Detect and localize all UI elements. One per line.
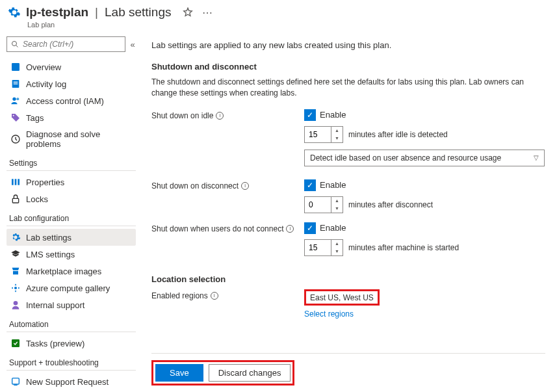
up-arrow-icon[interactable]: ▲ xyxy=(331,240,343,248)
info-icon[interactable]: i xyxy=(241,182,249,190)
idle-enable-checkbox[interactable]: ✓ xyxy=(304,109,316,121)
svg-point-7 xyxy=(13,115,14,116)
noconnect-minutes-input[interactable]: ▲▼ xyxy=(304,239,343,256)
sidebar-item-label: Internal support xyxy=(26,300,84,310)
down-arrow-icon[interactable]: ▼ xyxy=(331,248,343,255)
up-arrow-icon[interactable]: ▲ xyxy=(331,127,343,135)
locks-icon xyxy=(10,194,21,204)
sidebar-item-label: Marketplace images xyxy=(26,267,101,276)
intro-text: Lab settings are applied to any new labs… xyxy=(151,40,545,50)
lms-icon xyxy=(10,249,21,259)
chevron-down-icon: ▽ xyxy=(534,154,539,161)
page-header: lp-testplan | Lab settings ⋯ xyxy=(0,0,557,21)
sidebar-item-label: Overview xyxy=(26,62,61,72)
gear-icon xyxy=(8,6,21,19)
sidebar-item-lab-settings[interactable]: Lab settings xyxy=(6,229,136,246)
sidebar-item-access-control-iam-[interactable]: Access control (IAM) xyxy=(6,92,136,109)
sidebar-item-label: Properties xyxy=(26,177,64,187)
down-arrow-icon[interactable]: ▼ xyxy=(331,205,343,213)
svg-point-13 xyxy=(14,287,17,289)
noconnect-enable-checkbox[interactable]: ✓ xyxy=(304,222,316,234)
sidebar-group-heading: Settings xyxy=(6,152,136,171)
labsettings-icon xyxy=(10,232,21,242)
svg-point-14 xyxy=(14,301,18,306)
sidebar: « OverviewActivity logAccess control (IA… xyxy=(0,34,140,392)
enable-label: Enable xyxy=(320,223,346,233)
overview-icon xyxy=(10,62,21,72)
idle-detection-dropdown[interactable]: Detect idle based on user absence and re… xyxy=(304,150,545,166)
sidebar-item-label: Access control (IAM) xyxy=(26,96,104,106)
svg-rect-4 xyxy=(14,83,18,84)
buttons-highlight: Save Discard changes xyxy=(151,360,294,385)
noconnect-label: Shut down when users do not connect i xyxy=(151,222,304,233)
enable-label: Enable xyxy=(320,110,346,120)
resource-type: Lab plan xyxy=(0,21,557,34)
page-title: Lab settings xyxy=(105,5,171,20)
sidebar-item-label: Activity log xyxy=(26,79,66,89)
sidebar-item-marketplace-images[interactable]: Marketplace images xyxy=(6,263,136,280)
sidebar-item-lms-settings[interactable]: LMS settings xyxy=(6,246,136,263)
sidebar-item-activity-log[interactable]: Activity log xyxy=(6,75,136,92)
disconnect-enable-checkbox[interactable]: ✓ xyxy=(304,179,316,191)
sidebar-item-locks[interactable]: Locks xyxy=(6,190,136,207)
regions-value: East US, West US xyxy=(310,293,374,302)
sidebar-item-label: Tasks (preview) xyxy=(26,339,84,348)
sidebar-item-overview[interactable]: Overview xyxy=(6,59,136,75)
sidebar-item-label: New Support Request xyxy=(26,377,109,387)
svg-point-0 xyxy=(12,42,17,46)
discard-button[interactable]: Discard changes xyxy=(209,364,291,382)
favorite-star-icon[interactable] xyxy=(183,7,193,18)
tags-icon xyxy=(10,112,21,123)
search-input[interactable] xyxy=(23,40,121,49)
sidebar-item-label: Diagnose and solve problems xyxy=(26,129,132,149)
gallery-icon xyxy=(10,283,21,293)
access-icon xyxy=(10,96,21,106)
more-menu-icon[interactable]: ⋯ xyxy=(202,7,213,19)
resource-name: lp-testplan xyxy=(26,5,88,20)
save-button[interactable]: Save xyxy=(155,364,203,382)
svg-point-5 xyxy=(12,98,16,101)
sidebar-item-internal-support[interactable]: Internal support xyxy=(6,296,136,313)
info-icon[interactable]: i xyxy=(286,225,294,233)
regions-highlight: East US, West US xyxy=(304,289,380,306)
info-icon[interactable]: i xyxy=(211,292,218,300)
up-arrow-icon[interactable]: ▲ xyxy=(331,197,343,205)
sidebar-item-tasks-preview-[interactable]: Tasks (preview) xyxy=(6,335,136,352)
select-regions-link[interactable]: Select regions xyxy=(304,309,354,319)
sidebar-group-heading: Lab configuration xyxy=(6,207,136,226)
sidebar-item-new-support-request[interactable]: New Support Request xyxy=(6,373,136,390)
disconnect-after-text: minutes after disconnect xyxy=(348,200,433,209)
idle-after-text: minutes after idle is detected xyxy=(348,130,448,139)
shutdown-heading: Shutdown and disconnect xyxy=(151,62,545,72)
svg-rect-1 xyxy=(12,63,19,71)
sidebar-item-diagnose-and-solve-problems[interactable]: Diagnose and solve problems xyxy=(6,126,136,152)
enable-label: Enable xyxy=(320,180,346,190)
sidebar-item-label: Tags xyxy=(26,113,44,123)
noconnect-after-text: minutes after machine is started xyxy=(348,243,459,252)
activity-icon xyxy=(10,79,21,89)
support-icon xyxy=(10,300,21,310)
down-arrow-icon[interactable]: ▼ xyxy=(331,135,343,142)
idle-minutes-input[interactable]: ▲▼ xyxy=(304,126,343,143)
sidebar-group-heading: Automation xyxy=(6,313,136,332)
sidebar-item-tags[interactable]: Tags xyxy=(6,109,136,126)
svg-rect-12 xyxy=(12,198,18,203)
sidebar-item-properties[interactable]: Properties xyxy=(6,174,136,190)
marketplace-icon xyxy=(10,266,21,276)
svg-rect-11 xyxy=(18,179,19,185)
tasks-icon xyxy=(10,338,21,348)
sidebar-item-label: LMS settings xyxy=(26,250,75,259)
info-icon[interactable]: i xyxy=(216,112,224,120)
main-content: Lab settings are applied to any new labs… xyxy=(140,34,557,392)
sidebar-item-label: Azure compute gallery xyxy=(26,283,110,293)
search-icon xyxy=(11,40,19,48)
collapse-icon[interactable]: « xyxy=(129,40,136,49)
svg-rect-16 xyxy=(12,378,19,384)
svg-rect-15 xyxy=(12,339,19,347)
disconnect-minutes-input[interactable]: ▲▼ xyxy=(304,196,343,213)
sidebar-item-azure-compute-gallery[interactable]: Azure compute gallery xyxy=(6,280,136,296)
search-box[interactable] xyxy=(6,36,125,52)
svg-rect-9 xyxy=(12,179,14,185)
svg-point-6 xyxy=(16,98,19,100)
svg-rect-10 xyxy=(15,179,17,185)
